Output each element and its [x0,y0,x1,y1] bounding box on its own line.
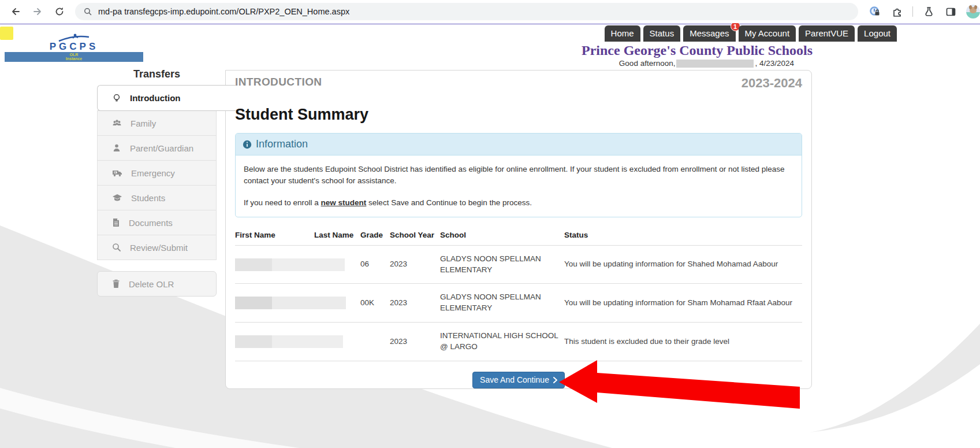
redacted-student-name [235,258,345,271]
family-icon [112,119,122,128]
red-arrow-annotation [557,357,802,414]
sidebar-menu: Introduction Family Parent/Guardian Emer… [97,86,217,297]
sidebar-item-emergency[interactable]: Emergency [97,160,217,186]
sidebar-item-family[interactable]: Family [97,110,217,136]
back-icon[interactable] [7,3,24,20]
save-button-label: Save And Continue [480,375,549,384]
cell-school: GLADYS NOON SPELLMAN ELEMENTARY [440,284,564,323]
table-row: 06 2023 GLADYS NOON SPELLMAN ELEMENTARY … [235,245,802,284]
info-paragraph-1: Below are the students Edupoint School D… [244,164,793,186]
greeting-prefix: Good afternoon, [619,59,676,68]
logo-text: PGCPS [5,42,143,51]
district-title: Prince George's County Public Schools [582,43,813,58]
col-header-school-year: School Year [390,228,440,246]
logo-banner: OLR Instance [5,52,143,62]
sidebar-item-students[interactable]: Students [97,185,217,210]
page-root: Home Status Messages 1 My Account Parent… [0,23,980,448]
button-row: Save And Continue [235,372,802,388]
cell-school: INTERNATIONAL HIGH SCHOOL @ LARGO [440,323,564,361]
chevron-right-icon [553,377,557,383]
toolbar-divider [912,6,913,17]
sidebar-title: Transfers [97,68,217,80]
sidebar-item-label: Documents [129,218,173,228]
nav-messages-button[interactable]: Messages 1 [683,25,735,42]
cell-school: GLADYS NOON SPELLMAN ELEMENTARY [440,245,564,284]
profile-avatar[interactable] [966,5,980,18]
school-year-label: 2023-2024 [741,76,802,91]
avatar-dog-icon [970,7,977,13]
top-navigation: Home Status Messages 1 My Account Parent… [605,25,897,42]
sidebar-item-parent-guardian[interactable]: Parent/Guardian [97,135,217,161]
password-check-icon[interactable] [866,3,884,20]
forward-icon[interactable] [29,3,46,20]
cell-status: You will be updating information for Sha… [564,284,802,323]
col-header-grade: Grade [360,228,390,246]
info-p2-post: select Save and Continue to begin the pr… [366,198,532,207]
sidebar-item-introduction[interactable]: Introduction [97,85,236,111]
top-accent-line [0,23,980,25]
logo-banner-line1: OLR [5,53,143,57]
sidebar-item-label: Introduction [130,93,180,103]
cell-grade: 06 [360,245,390,284]
page-title: Student Summary [235,106,802,124]
col-header-school: School [440,228,564,246]
redacted-student-name [235,335,343,348]
sidebar-item-label: Parent/Guardian [130,143,193,153]
table-row: 2023 INTERNATIONAL HIGH SCHOOL @ LARGO T… [235,323,802,361]
cell-status: You will be updating information for Sha… [564,245,802,284]
sidebar-item-delete-olr[interactable]: Delete OLR [97,271,217,297]
save-and-continue-button[interactable]: Save And Continue [472,372,565,388]
section-title: INTRODUCTION [235,76,322,88]
address-bar[interactable]: md-pa transfegcps-imp.edupoint.com/OLR/P… [75,3,858,20]
cell-school-year: 2023 [390,245,440,284]
yellow-annotation-marker [0,27,13,40]
logo-banner-line2: Instance [5,57,143,61]
trash-icon [112,279,120,288]
nav-home-button[interactable]: Home [605,25,640,42]
nav-logout-button[interactable]: Logout [858,25,897,42]
redacted-user-name [676,60,754,68]
search-icon [112,243,121,252]
main-content-panel: INTRODUCTION 2023-2024 Student Summary I… [225,70,812,389]
reload-icon[interactable] [51,3,68,20]
sidebar-item-label: Students [131,193,165,203]
cell-grade: 00K [360,284,390,323]
table-row: 00K 2023 GLADYS NOON SPELLMAN ELEMENTARY… [235,284,802,323]
col-header-last-name: Last Name [314,228,360,246]
person-icon [112,143,121,153]
new-student-emphasis: new student [321,198,367,207]
url-text: md-pa transfegcps-imp.edupoint.com/OLR/P… [98,7,349,16]
greeting-text: Good afternoon, , 4/23/2024 [619,59,794,68]
information-panel: Information Below are the students Edupo… [235,133,802,217]
col-header-status: Status [564,228,802,246]
graduation-cap-icon [112,193,122,202]
sidebar-item-label: Review/Submit [130,243,188,253]
sidebar-item-label: Delete OLR [129,279,174,289]
col-header-first-name: First Name [235,228,314,246]
sidebar-item-label: Family [131,119,156,128]
flask-icon[interactable] [920,3,937,20]
sidebar-item-documents[interactable]: Documents [97,210,217,235]
side-panel-icon[interactable] [942,3,959,20]
pgcps-logo[interactable]: PGCPS OLR Instance [5,34,143,62]
lightbulb-icon [112,94,121,103]
nav-messages-label: Messages [690,28,729,38]
sidebar-item-review-submit[interactable]: Review/Submit [97,235,217,260]
nav-parentvue-button[interactable]: ParentVUE [799,25,855,42]
cell-status: This student is excluded due to their gr… [564,323,802,361]
cell-school-year: 2023 [390,323,440,361]
cell-grade [360,323,390,361]
cell-school-year: 2023 [390,284,440,323]
redacted-student-name [235,297,346,309]
extensions-icon[interactable] [888,3,906,20]
information-title: Information [256,138,308,150]
nav-status-button[interactable]: Status [643,25,681,42]
student-summary-table: First Name Last Name Grade School Year S… [235,228,802,361]
pgcps-figure-icon [58,34,90,42]
nav-my-account-button[interactable]: My Account [739,25,796,42]
info-paragraph-2: If you need to enroll a new student sele… [244,197,793,209]
info-icon [243,140,252,149]
sidebar-item-label: Emergency [131,168,175,178]
document-icon [112,218,120,227]
greeting-date: , 4/23/2024 [755,59,794,68]
